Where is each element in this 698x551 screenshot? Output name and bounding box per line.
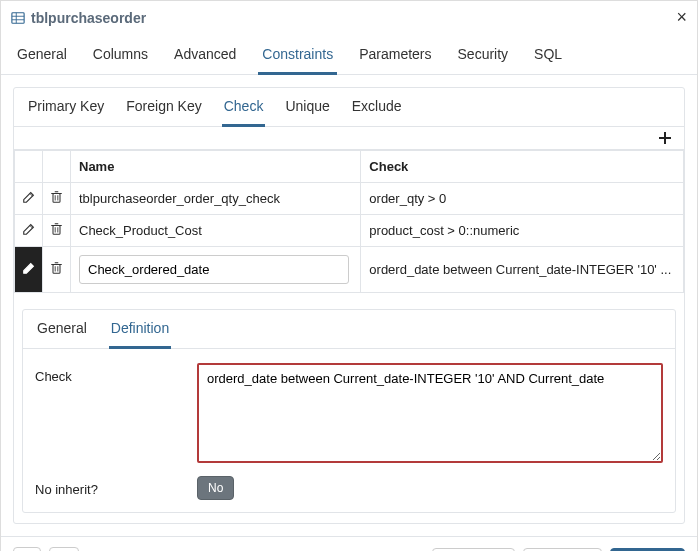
delete-button[interactable] <box>45 261 68 275</box>
col-edit <box>15 151 43 183</box>
svg-rect-0 <box>12 12 24 23</box>
col-name: Name <box>71 151 361 183</box>
reset-button[interactable]: Reset <box>523 548 602 552</box>
footer-left: i ? <box>13 547 79 551</box>
form-row-no-inherit: No inherit? No <box>23 470 675 512</box>
trash-icon <box>50 190 63 204</box>
svg-rect-7 <box>53 194 60 203</box>
check-textarea[interactable] <box>197 363 663 463</box>
tab-parameters[interactable]: Parameters <box>355 40 435 74</box>
detail-tabs: General Definition <box>23 310 675 349</box>
subtab-check[interactable]: Check <box>222 96 266 127</box>
help-button[interactable]: ? <box>49 547 80 551</box>
cell-check: order_qty > 0 <box>361 183 684 215</box>
trash-icon <box>50 222 63 236</box>
grid-toolbar <box>14 127 684 150</box>
table-row: Check_Product_Cost product_cost > 0::num… <box>15 215 684 247</box>
no-inherit-toggle[interactable]: No <box>197 476 234 500</box>
table-row: tblpurchaseorder_order_qty_check order_q… <box>15 183 684 215</box>
name-input[interactable] <box>79 255 349 284</box>
detail-tab-definition[interactable]: Definition <box>109 318 171 349</box>
constraints-panel: Primary Key Foreign Key Check Unique Exc… <box>13 87 685 524</box>
tab-security[interactable]: Security <box>454 40 513 74</box>
pencil-icon <box>22 190 36 204</box>
cancel-button[interactable]: ✕ Cancel <box>432 548 515 552</box>
edit-button[interactable] <box>17 222 40 236</box>
table-row: orderd_date between Current_date-INTEGER… <box>15 247 684 293</box>
cell-check: orderd_date between Current_date-INTEGER… <box>361 247 684 293</box>
svg-rect-18 <box>53 265 60 274</box>
cell-check: product_cost > 0::numeric <box>361 215 684 247</box>
subtab-primary-key[interactable]: Primary Key <box>26 96 106 126</box>
subtab-exclude[interactable]: Exclude <box>350 96 404 126</box>
dialog: tblpurchaseorder × General Columns Advan… <box>0 0 698 551</box>
cell-name: tblpurchaseorder_order_qty_check <box>71 183 361 215</box>
titlebar-left: tblpurchaseorder <box>11 10 146 26</box>
add-row-button[interactable] <box>654 131 676 145</box>
delete-button[interactable] <box>45 222 68 236</box>
svg-rect-13 <box>53 226 60 235</box>
dialog-footer: i ? ✕ Cancel Reset Save <box>1 536 697 551</box>
table-icon <box>11 11 25 25</box>
tab-advanced[interactable]: Advanced <box>170 40 240 74</box>
tab-sql[interactable]: SQL <box>530 40 566 74</box>
tab-general[interactable]: General <box>13 40 71 74</box>
titlebar: tblpurchaseorder × <box>1 1 697 34</box>
edit-button[interactable] <box>17 261 40 275</box>
delete-button[interactable] <box>45 190 68 204</box>
check-label: Check <box>35 363 185 384</box>
tab-columns[interactable]: Columns <box>89 40 152 74</box>
form-row-check: Check <box>23 349 675 470</box>
detail-panel: General Definition Check No inherit? No <box>22 309 676 513</box>
info-button[interactable]: i <box>13 547 41 551</box>
pencil-icon <box>22 261 36 275</box>
detail-tab-general[interactable]: General <box>35 318 89 348</box>
constraint-subtabs: Primary Key Foreign Key Check Unique Exc… <box>14 88 684 127</box>
constraints-grid: Name Check tblpurchaseorder_order_qty_ch… <box>14 150 684 293</box>
col-check: Check <box>361 151 684 183</box>
edit-button[interactable] <box>17 190 40 204</box>
cell-name: Check_Product_Cost <box>71 215 361 247</box>
pencil-icon <box>22 222 36 236</box>
close-icon[interactable]: × <box>676 7 687 28</box>
subtab-unique[interactable]: Unique <box>283 96 331 126</box>
plus-icon <box>658 131 672 145</box>
dialog-title: tblpurchaseorder <box>31 10 146 26</box>
subtab-foreign-key[interactable]: Foreign Key <box>124 96 203 126</box>
footer-right: ✕ Cancel Reset Save <box>432 548 685 552</box>
tab-constraints[interactable]: Constraints <box>258 40 337 75</box>
save-button[interactable]: Save <box>610 548 685 552</box>
no-inherit-label: No inherit? <box>35 476 185 497</box>
cell-name <box>71 247 361 293</box>
col-delete <box>43 151 71 183</box>
trash-icon <box>50 261 63 275</box>
main-tabs: General Columns Advanced Constraints Par… <box>1 34 697 75</box>
